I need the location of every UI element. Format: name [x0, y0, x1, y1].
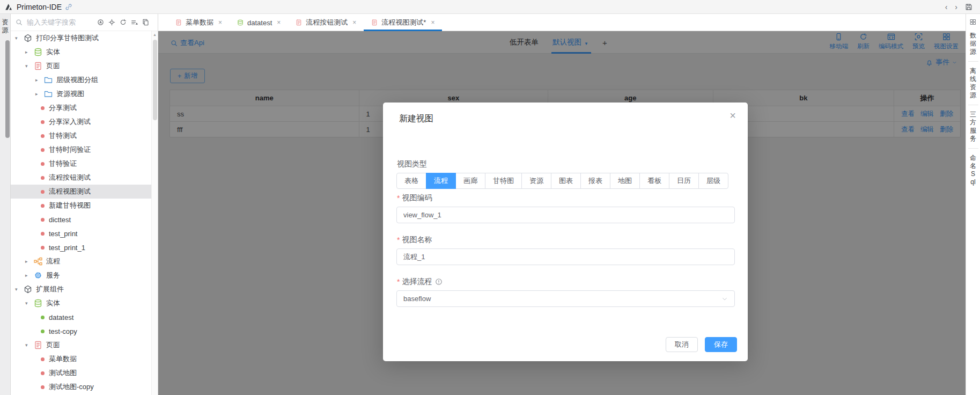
- tab-flow-view-test-active[interactable]: 流程视图测试* ×: [364, 14, 442, 31]
- type-option-resource[interactable]: 资源: [521, 173, 551, 189]
- expand-arrow-icon[interactable]: [25, 259, 34, 264]
- type-option-report[interactable]: 报表: [580, 173, 610, 189]
- tree-item-label: test_print: [49, 230, 77, 238]
- panel-tab-named-sql[interactable]: 命名Sql: [969, 154, 977, 186]
- tab-flow-button-test[interactable]: 流程按钮测试 ×: [288, 14, 364, 31]
- tree-item[interactable]: test_print: [11, 226, 151, 240]
- scrollbar-thumb[interactable]: [153, 40, 157, 120]
- type-option-table[interactable]: 表格: [396, 173, 426, 189]
- tree-item[interactable]: 实体: [11, 296, 151, 310]
- panel-tab-offline-resources[interactable]: 离线资源: [969, 67, 977, 99]
- type-option-gallery[interactable]: 画廊: [455, 173, 485, 189]
- file-switch-icon[interactable]: [142, 19, 149, 26]
- expand-arrow-icon[interactable]: [15, 35, 24, 41]
- save-icon[interactable]: [965, 3, 972, 11]
- scroll-up-arrow-icon[interactable]: ▲: [152, 33, 158, 36]
- tree-item[interactable]: dicttest: [11, 213, 151, 226]
- type-option-kanban[interactable]: 看板: [639, 173, 669, 189]
- expand-arrow-icon[interactable]: [25, 342, 34, 348]
- tree-item[interactable]: 测试地图: [11, 366, 151, 380]
- package-icon: [24, 34, 32, 42]
- tree-item[interactable]: 扩展组件: [11, 282, 151, 296]
- tree-item[interactable]: 菜单数据: [11, 352, 151, 366]
- tree-item[interactable]: test-copy: [11, 324, 151, 338]
- tree-item[interactable]: 甘特验证: [11, 157, 151, 171]
- panel-tab-third-party-services[interactable]: 三方服务: [969, 111, 977, 143]
- tab-label: 菜单数据: [186, 18, 213, 27]
- activity-tab-resources[interactable]: 资源: [2, 18, 9, 34]
- type-option-flow-active[interactable]: 流程: [426, 173, 456, 189]
- type-option-map[interactable]: 地图: [610, 173, 640, 189]
- expand-arrow-icon[interactable]: [35, 77, 44, 83]
- tree-item-label: 分享测试: [49, 103, 77, 113]
- view-name-input[interactable]: [396, 248, 735, 265]
- expand-arrow-icon[interactable]: [15, 287, 24, 292]
- flow-select[interactable]: baseflow: [396, 290, 735, 307]
- resource-sidebar: 打印分享甘特图测试 实体 页面 层级视图分组 资源视图 分享测试 分享深入测试 …: [11, 14, 158, 395]
- nav-back-icon[interactable]: ‹: [945, 3, 948, 11]
- close-icon[interactable]: ×: [431, 19, 434, 26]
- tree-item[interactable]: 流程按钮测试: [11, 171, 151, 185]
- close-icon[interactable]: ×: [352, 19, 356, 26]
- tree-item[interactable]: 分享测试: [11, 101, 151, 115]
- view-code-input[interactable]: [396, 207, 735, 223]
- select-flow-label: * 选择流程: [397, 277, 443, 287]
- tree-item[interactable]: 实体: [11, 45, 151, 59]
- tree-item[interactable]: datatest: [11, 310, 151, 324]
- view-type-label: 视图类型: [397, 159, 427, 169]
- ai-assist-icon[interactable]: [97, 19, 104, 26]
- cancel-button[interactable]: 取消: [666, 337, 698, 352]
- expand-arrow-icon[interactable]: [25, 301, 34, 306]
- type-option-gantt[interactable]: 甘特图: [485, 173, 522, 189]
- page-dot-icon: [41, 176, 45, 180]
- save-button[interactable]: 保存: [705, 337, 737, 352]
- page-dot-icon: [41, 106, 45, 110]
- expand-arrow-icon[interactable]: [25, 63, 34, 69]
- tree-item[interactable]: 层级视图分组: [11, 73, 151, 87]
- tree-item[interactable]: test_print_1: [11, 240, 151, 254]
- close-icon[interactable]: ×: [218, 19, 222, 26]
- tab-label: 流程视图测试*: [381, 18, 426, 27]
- nav-forward-icon[interactable]: ›: [955, 3, 957, 11]
- locate-icon[interactable]: [108, 19, 115, 26]
- page-dot-icon: [41, 190, 45, 194]
- tree-item[interactable]: 测试地图-copy: [11, 380, 151, 394]
- expand-arrow-icon[interactable]: [35, 91, 44, 97]
- tree-item[interactable]: 页面: [11, 59, 151, 73]
- sidebar-scrollbar[interactable]: ▲: [151, 31, 158, 395]
- info-icon[interactable]: [435, 278, 443, 286]
- tree-item-label: 流程视图测试: [49, 187, 91, 196]
- tree-item-selected[interactable]: 流程视图测试: [11, 185, 151, 199]
- panel-tab-datasource[interactable]: 数据源: [969, 32, 977, 56]
- expand-arrow-icon[interactable]: [25, 273, 34, 278]
- page-dot-icon: [41, 120, 45, 124]
- tree-item[interactable]: 新建甘特视图: [11, 199, 151, 213]
- new-view-dialog: 新建视图 × 视图类型 表格 流程 画廊 甘特图 资源 图表 报表 地图 看板 …: [383, 103, 748, 361]
- type-option-calendar[interactable]: 日历: [669, 173, 699, 189]
- type-option-hierarchy[interactable]: 层级: [698, 173, 728, 189]
- tree-item[interactable]: 服务: [11, 268, 151, 282]
- tree-item[interactable]: 甘特时间验证: [11, 143, 151, 157]
- tree-item[interactable]: 页面: [11, 338, 151, 352]
- collapse-all-icon[interactable]: [131, 19, 138, 26]
- type-option-chart[interactable]: 图表: [551, 173, 581, 189]
- close-icon[interactable]: ×: [730, 110, 736, 121]
- tree-item[interactable]: 流程: [11, 254, 151, 268]
- tree-item[interactable]: 资源视图: [11, 87, 151, 101]
- panel-dock-icon[interactable]: [970, 19, 976, 25]
- page-dot-icon: [41, 246, 45, 250]
- expand-arrow-icon[interactable]: [25, 49, 34, 55]
- close-icon[interactable]: ×: [277, 19, 281, 26]
- tab-datatest[interactable]: datatest ×: [230, 14, 288, 31]
- search-input[interactable]: [27, 18, 93, 26]
- tree-item[interactable]: 甘特测试: [11, 129, 151, 143]
- tree-item-label: 新建甘特视图: [49, 201, 91, 210]
- tab-menu-data[interactable]: 菜单数据 ×: [168, 14, 230, 31]
- link-icon[interactable]: [65, 3, 72, 11]
- tree-item[interactable]: 打印分享甘特图测试: [11, 31, 151, 45]
- tree-item-label: 资源视图: [56, 89, 84, 99]
- view-type-segmented-control: 表格 流程 画廊 甘特图 资源 图表 报表 地图 看板 日历 层级: [396, 173, 728, 189]
- activity-scrollbar-thumb[interactable]: [5, 40, 10, 138]
- refresh-tree-icon[interactable]: [120, 19, 127, 26]
- tree-item[interactable]: 分享深入测试: [11, 115, 151, 129]
